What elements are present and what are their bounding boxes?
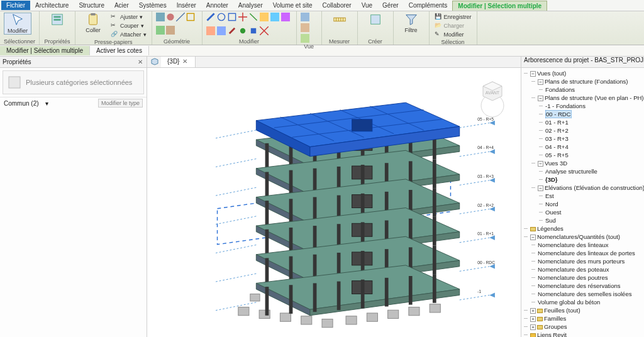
context-tab[interactable]: Modifier | Sélection multiple <box>0 46 90 55</box>
menu-tab[interactable]: Gérer <box>377 1 404 10</box>
tree-item[interactable]: Sud <box>545 216 644 224</box>
close-icon[interactable]: ✕ <box>136 58 144 65</box>
tree-item[interactable]: +Familles <box>530 314 644 323</box>
menu-tab-active[interactable]: Modifier | Sélection multiple <box>452 1 547 11</box>
geom-icon[interactable] <box>186 13 195 21</box>
geom-icon[interactable] <box>156 26 165 35</box>
modify-tool-icon[interactable] <box>260 26 269 35</box>
modify-tool-icon[interactable] <box>217 13 226 21</box>
tree-item[interactable]: Nomenclature des linteaux de portes <box>538 249 644 257</box>
menu-tab[interactable]: Structure <box>74 1 109 10</box>
tree-item[interactable]: Volume global du béton <box>538 298 644 306</box>
modify-tool-icon[interactable] <box>228 13 236 21</box>
tree-item[interactable]: 05 - R+5 <box>545 151 644 159</box>
load-selection-button[interactable]: 📂Charger <box>433 21 473 30</box>
modify-tool-icon[interactable] <box>249 13 258 21</box>
tree-item[interactable]: {3D} <box>545 175 644 184</box>
trim-button[interactable]: ✂Ajuster ▾ <box>109 13 148 21</box>
tree-item[interactable]: 03 - R+3 <box>545 135 644 143</box>
tree-item[interactable]: Légendes <box>530 224 644 233</box>
model-canvas[interactable]: 05 - R+5 04 - R+4 03 - R+3 02 - R+2 01 -… <box>147 68 521 337</box>
modify-tool-icon[interactable] <box>249 26 258 35</box>
tree-group[interactable]: −Plans de structure (Fondations)Fondatio… <box>538 77 644 94</box>
view-tab[interactable]: {3D} ✕ <box>161 57 196 67</box>
menu-tab[interactable]: Vue <box>357 1 377 10</box>
menu-tab[interactable]: Insérer <box>172 1 201 10</box>
tree-item[interactable]: +Feuilles (tout) <box>530 306 644 314</box>
tree-item[interactable]: 02 - R+2 <box>545 126 644 135</box>
tree-item[interactable]: +Groupes <box>530 323 644 331</box>
save-selection-button[interactable]: 💾Enregistrer <box>433 13 473 21</box>
geom-icon[interactable] <box>156 13 165 21</box>
modify-tool-icon[interactable] <box>228 26 236 35</box>
svg-line-118 <box>214 245 257 253</box>
tree-group[interactable]: −Vues 3DAnalyse structurelle{3D} <box>538 159 644 184</box>
load-icon: 📂 <box>435 22 442 30</box>
menu-tab[interactable]: Acier <box>109 1 134 10</box>
tree-item[interactable]: 01 - R+1 <box>545 118 644 126</box>
properties-button[interactable] <box>43 13 71 26</box>
tree-item[interactable]: Liens Revit <box>530 331 644 337</box>
modify-tool-icon[interactable] <box>238 13 247 21</box>
cut-button[interactable]: ✂Couper ▾ <box>109 21 148 30</box>
tree-item[interactable]: Ouest <box>545 208 644 216</box>
tree-item[interactable]: Est <box>545 192 644 200</box>
project-tree[interactable]: −Vues (tout) −Plans de structure (Fondat… <box>521 68 644 337</box>
tree-root[interactable]: −Vues (tout) −Plans de structure (Fondat… <box>530 69 644 224</box>
tree-item[interactable]: 04 - R+4 <box>545 143 644 151</box>
svg-rect-84 <box>265 287 269 316</box>
viewcube[interactable]: AVANT <box>470 74 514 118</box>
tree-item[interactable]: −Nomenclatures/Quantités (tout) Nomencla… <box>530 233 644 306</box>
menu-tab[interactable]: Architecture <box>30 1 74 10</box>
tree-item[interactable]: -1 - Fondations <box>545 102 644 110</box>
paste-button[interactable]: Coller <box>79 13 107 33</box>
context-tab[interactable]: Activer les cotes <box>90 46 149 55</box>
measure-button[interactable] <box>326 13 353 26</box>
tree-item[interactable]: Nomenclature des murs porteurs <box>538 257 644 265</box>
filter-button[interactable]: Filtre <box>397 13 425 33</box>
menu-tab[interactable]: Collaborer <box>318 1 357 10</box>
modify-tool-icon[interactable] <box>206 26 215 35</box>
menu-tab[interactable]: Annoter <box>201 1 233 10</box>
modify-tool-icon[interactable] <box>238 26 247 35</box>
svg-line-102 <box>214 130 257 138</box>
edit-type-button[interactable]: Modifier le type <box>98 99 143 108</box>
panel-title: Propriétés <box>43 38 71 45</box>
tree-group[interactable]: −Elévations (Elévation de construction)E… <box>538 184 644 224</box>
tree-item[interactable]: Nord <box>545 200 644 208</box>
tree-item[interactable]: Fondations <box>545 86 644 94</box>
geom-icon[interactable] <box>166 13 175 21</box>
svg-rect-1 <box>54 16 61 18</box>
tree-item[interactable]: Nomenclature des linteaux <box>538 241 644 249</box>
type-selector[interactable]: Plusieurs catégories sélectionnées <box>3 70 144 94</box>
modify-tool-icon[interactable] <box>270 13 279 21</box>
tree-item[interactable]: Analyse structurelle <box>545 167 644 175</box>
edit-icon: ✎ <box>435 31 442 38</box>
modify-tool-icon[interactable] <box>281 13 290 21</box>
tree-group[interactable]: −Plans de structure (Vue en plan - PH)-1… <box>538 94 644 159</box>
modify-tool-icon[interactable] <box>206 13 215 21</box>
panel-title: Créer <box>362 38 389 45</box>
edit-selection-button[interactable]: ✎Modifier <box>433 30 473 38</box>
modify-tool-icon[interactable] <box>217 26 226 35</box>
view-tool-icon[interactable] <box>301 23 309 32</box>
menu-file[interactable]: Fichier <box>1 1 30 10</box>
tree-item[interactable]: 00 - RDC <box>545 110 644 118</box>
view-tool-icon[interactable] <box>301 34 309 43</box>
attach-button[interactable]: 🔗Attacher ▾ <box>109 30 148 38</box>
menu-tab[interactable]: Compléments <box>404 1 453 10</box>
menu-tab[interactable]: Systèmes <box>134 1 172 10</box>
geom-icon[interactable] <box>166 26 175 35</box>
modify-button[interactable]: Modifier <box>4 13 31 35</box>
menu-tab[interactable]: Volume et site <box>268 1 318 10</box>
view-tool-icon[interactable] <box>301 13 309 21</box>
tree-item[interactable]: Nomenclature des poutres <box>538 273 644 282</box>
modify-tool-icon[interactable] <box>260 13 269 21</box>
menu-tab[interactable]: Analyser <box>233 1 268 10</box>
close-tab-icon[interactable]: ✕ <box>181 58 189 65</box>
tree-item[interactable]: Nomenclature des réservations <box>538 282 644 290</box>
create-button[interactable] <box>362 13 389 26</box>
tree-item[interactable]: Nomenclature des poteaux <box>538 265 644 273</box>
tree-item[interactable]: Nomenclature des semelles isolées <box>538 290 644 298</box>
geom-icon[interactable] <box>176 13 185 21</box>
